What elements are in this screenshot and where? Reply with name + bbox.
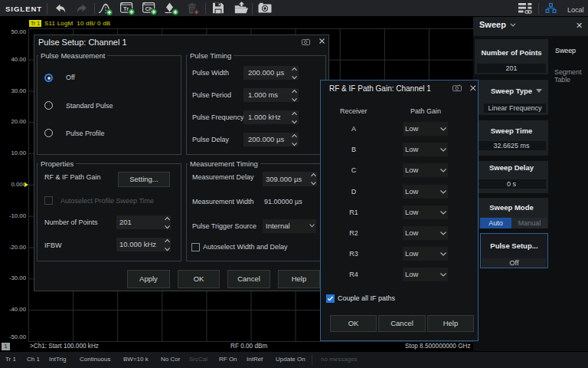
svg-text:Tr: Tr: [123, 5, 129, 12]
